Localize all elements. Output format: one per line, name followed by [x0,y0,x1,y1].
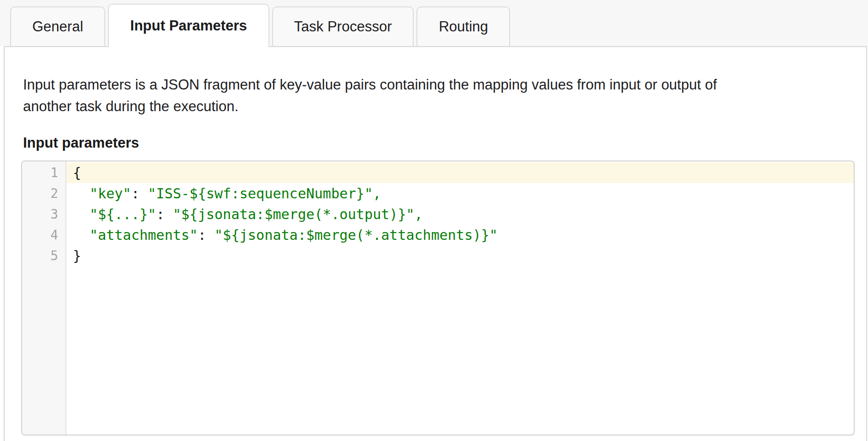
editor-line-number-gutter: 12345 [22,161,66,435]
task-settings-dialog: General Input Parameters Task Processor … [0,0,868,441]
input-parameters-field-label: Input parameters [23,135,848,151]
line-number: 3 [22,204,65,225]
token-delimiter: : [198,227,214,243]
tab-input-parameters-label: Input Parameters [130,18,247,34]
token-value: "${jsonata:$merge(*.attachments)}" [214,227,498,243]
json-code-editor[interactable]: 12345 { "key": "ISS-${swf:sequenceNumber… [21,161,855,435]
line-number: 2 [22,183,65,204]
token-comma: , [373,185,381,202]
token-delimiter: : [156,206,173,222]
tab-general[interactable]: General [10,6,105,46]
line-number: 5 [22,245,65,266]
token-key: "${...}" [89,206,156,222]
tab-bar: General Input Parameters Task Processor … [0,0,868,46]
tab-routing[interactable]: Routing [416,6,510,46]
tab-general-label: General [32,18,83,35]
tab-routing-label: Routing [439,18,488,35]
token-ws [73,206,89,222]
token-brace: } [73,248,81,264]
token-comma: , [415,206,423,222]
token-key: "key" [89,185,131,202]
description-text: Input parameters is a JSON fragment of k… [23,74,736,117]
tab-task-processor[interactable]: Task Processor [272,6,414,46]
code-line[interactable]: { [66,162,854,183]
token-ws [73,185,89,202]
token-value: "${jsonata:$merge(*.output)}" [173,206,415,222]
token-value: "ISS-${swf:sequenceNumber}" [148,185,373,202]
line-number: 4 [22,225,65,245]
tab-input-parameters[interactable]: Input Parameters [108,4,269,47]
tab-task-processor-label: Task Processor [294,18,392,35]
token-ws [73,227,89,243]
token-key: "attachments" [89,227,198,243]
input-parameters-tab-panel: Input parameters is a JSON fragment of k… [4,46,867,441]
code-line[interactable]: } [66,245,854,266]
line-number: 1 [22,162,65,183]
code-line[interactable]: "${...}": "${jsonata:$merge(*.output)}", [66,204,854,225]
token-brace: { [73,165,81,181]
code-line[interactable]: "attachments": "${jsonata:$merge(*.attac… [66,225,854,245]
editor-code-area[interactable]: { "key": "ISS-${swf:sequenceNumber}", "$… [66,161,854,435]
code-line[interactable]: "key": "ISS-${swf:sequenceNumber}", [66,183,854,204]
token-delimiter: : [131,185,148,202]
